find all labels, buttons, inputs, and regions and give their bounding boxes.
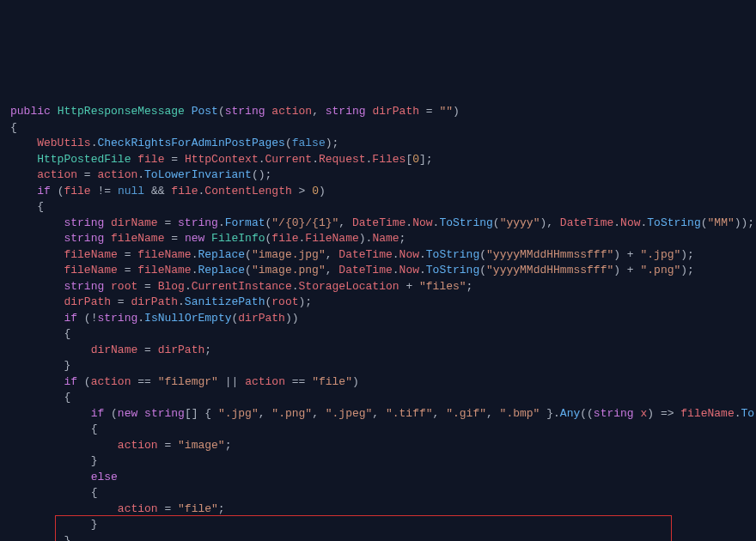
code-token: fileName [137, 248, 191, 261]
code-token: ) + [613, 248, 640, 261]
code-token: action [91, 375, 131, 388]
code-token: ".png" [640, 264, 680, 277]
code-token: string [64, 216, 104, 229]
code-token: string [64, 280, 104, 293]
code-token: ".jpg" [218, 407, 259, 420]
code-token: ToLowerInvariant [144, 168, 252, 181]
code-token: ) + [613, 264, 640, 277]
code-token [10, 391, 64, 404]
code-token: Current [265, 153, 313, 166]
code-token: } [91, 454, 98, 467]
code-token [10, 327, 64, 340]
code-token: dirPath [238, 312, 285, 325]
code-token: Files [372, 153, 405, 166]
code-token: action [245, 375, 285, 388]
code-token [10, 200, 37, 213]
code-token [10, 359, 64, 372]
code-token: , [486, 407, 500, 420]
code-editor[interactable]: public HttpResponseMessage Post(string a… [0, 64, 756, 541]
code-token: string [144, 407, 185, 420]
code-token [10, 137, 37, 149]
code-token: string [225, 105, 265, 118]
code-token: dirPath [158, 343, 205, 356]
code-token [10, 518, 91, 531]
code-token: SanitizePath [185, 295, 265, 308]
code-token: false [292, 137, 326, 149]
code-token: Post [192, 105, 218, 118]
code-token: = [77, 168, 97, 181]
code-token: ( [493, 216, 500, 229]
code-token: ( [701, 216, 708, 229]
code-token: fileName [680, 407, 734, 420]
code-token: ToString [647, 216, 700, 229]
code-token [10, 422, 91, 435]
code-token: StorageLocation [299, 280, 399, 293]
code-token: ".jpeg" [326, 407, 373, 420]
code-token [10, 534, 64, 542]
code-block: public HttpResponseMessage Post(string a… [10, 104, 746, 541]
code-token: CurrentInstance [192, 280, 292, 293]
code-token: { [64, 327, 70, 340]
code-token: ) [352, 375, 359, 388]
code-token: action [97, 168, 137, 181]
code-token: else [91, 471, 118, 483]
code-token: ; [225, 439, 232, 452]
code-token: file [171, 185, 198, 198]
code-token [104, 216, 111, 229]
code-token [10, 312, 64, 325]
code-token [10, 502, 118, 515]
code-line: public HttpResponseMessage Post(string a… [10, 104, 746, 120]
code-token: HttpResponseMessage [58, 105, 185, 118]
code-line: } [10, 453, 746, 470]
code-token [10, 264, 64, 277]
code-token [10, 439, 118, 452]
code-token: dirPath [64, 295, 111, 308]
code-token: == [131, 375, 157, 388]
code-token: null [118, 185, 144, 198]
code-token [10, 248, 64, 261]
code-token [204, 232, 211, 245]
code-token: "MM" [708, 216, 735, 229]
code-line: WebUtils.CheckRightsForAdminPostPages(fa… [10, 136, 746, 152]
code-line: if (new string[] { ".jpg", ".png", ".jpe… [10, 406, 746, 422]
code-token: if [64, 312, 77, 325]
code-token: { [91, 486, 98, 499]
code-line: fileName = fileName.Replace("image.png",… [10, 263, 746, 279]
code-token: }. [540, 407, 559, 420]
code-token: (( [580, 407, 594, 420]
code-token: fileName [64, 248, 117, 261]
code-token: ( [245, 264, 252, 277]
code-token: . [259, 153, 265, 166]
code-token [10, 407, 91, 420]
code-line: HttpPostedFile file = HttpContext.Curren… [10, 152, 746, 168]
code-token: = [137, 343, 157, 356]
code-token: "yyyyMMddHHmmssfff" [486, 248, 613, 261]
code-token: = [164, 153, 184, 166]
code-line: action = "file"; [10, 501, 746, 518]
code-token: (! [84, 312, 98, 325]
code-line: { [10, 485, 746, 501]
code-token [10, 185, 37, 198]
code-token: } [64, 534, 70, 542]
code-token: if [64, 375, 77, 388]
code-token [77, 375, 84, 388]
code-token: "" [439, 105, 453, 118]
code-token: action [118, 502, 158, 515]
code-line: { [10, 120, 746, 137]
code-token: Format [225, 216, 265, 229]
code-line: action = action.ToLowerInvariant(); [10, 167, 746, 184]
code-line: else [10, 470, 746, 486]
code-token: DateTime [338, 248, 392, 261]
code-token: . [312, 153, 319, 166]
code-token: ( [111, 407, 118, 420]
code-token: action [37, 168, 77, 181]
code-line: action = "image"; [10, 438, 746, 454]
code-line: { [10, 390, 746, 406]
code-token: ( [245, 248, 252, 261]
code-token: = [118, 248, 137, 261]
code-token: string [97, 312, 137, 325]
code-token: , [312, 105, 326, 118]
code-token: "image" [178, 439, 225, 452]
code-token: ); [680, 248, 694, 261]
code-line: { [10, 199, 746, 216]
